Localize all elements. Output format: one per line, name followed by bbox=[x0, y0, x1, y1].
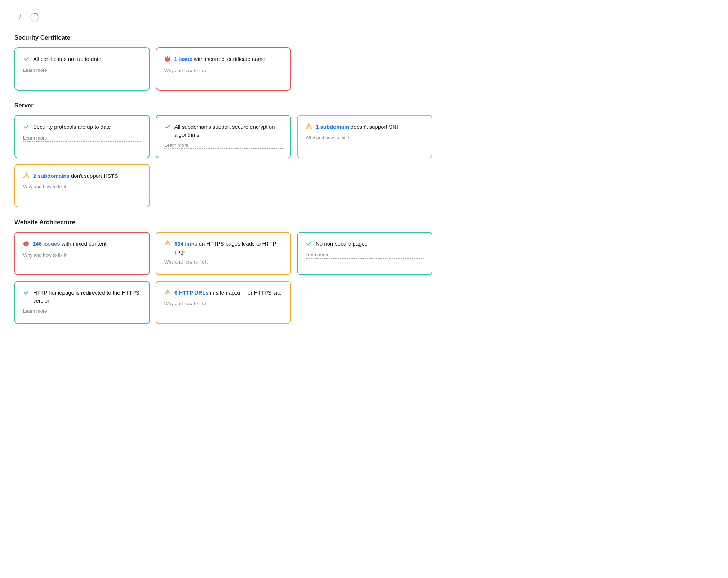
fire-icon bbox=[164, 56, 170, 64]
section-title-website-architecture: Website Architecture bbox=[14, 219, 432, 226]
card-sitemap-http: 6 HTTP URLs in sitemap.xml for HTTPS sit… bbox=[156, 281, 291, 324]
card-text: 1 subdomain doesn't support SNI bbox=[316, 123, 398, 131]
warning-icon bbox=[164, 240, 171, 248]
cards-grid-row2: 2 subdomains don't support HSTSWhy and h… bbox=[14, 164, 432, 207]
card-link-subdomains-encryption[interactable]: Learn more bbox=[164, 142, 283, 149]
highlight-text: 146 issues bbox=[33, 241, 60, 247]
svg-point-6 bbox=[26, 177, 27, 178]
page-header: / bbox=[14, 12, 432, 23]
highlight-text: 934 links bbox=[174, 241, 197, 247]
section-server: Server Security protocols are up to date… bbox=[14, 102, 432, 207]
card-all-certs-uptodate: All certificates are up to dateLearn mor… bbox=[14, 47, 150, 91]
svg-point-7 bbox=[25, 243, 27, 245]
svg-rect-3 bbox=[308, 125, 309, 128]
card-security-protocols: Security protocols are up to dateLearn m… bbox=[14, 115, 150, 158]
check-icon bbox=[164, 123, 171, 132]
svg-rect-10 bbox=[167, 291, 168, 294]
section-title-server: Server bbox=[14, 102, 432, 109]
card-http-links: 934 links on HTTPS pages leads to HTTP p… bbox=[156, 232, 291, 275]
card-header: 6 HTTP URLs in sitemap.xml for HTTPS sit… bbox=[164, 289, 283, 297]
card-link-no-nonsecure[interactable]: Learn more bbox=[306, 252, 424, 259]
card-text: 146 issues with mixed content bbox=[33, 240, 106, 248]
card-header: Security protocols are up to date bbox=[23, 123, 141, 132]
section-title-security-certificate: Security Certificate bbox=[14, 34, 432, 41]
card-link-sitemap-http[interactable]: Why and how to fix it bbox=[164, 301, 283, 307]
card-header: 2 subdomains don't support HSTS bbox=[23, 172, 141, 180]
card-link-cert-name-issue[interactable]: Why and how to fix it bbox=[164, 68, 283, 74]
card-cert-name-issue: 1 issue with incorrect certificate nameW… bbox=[156, 47, 291, 91]
cards-grid-row1: 146 issues with mixed contentWhy and how… bbox=[14, 232, 432, 275]
card-subdomains-encryption: All subdomains support secure encryption… bbox=[156, 115, 291, 158]
card-header: HTTP homepage is redirected to the HTTPS… bbox=[23, 289, 141, 305]
card-no-nonsecure: No non-secure pagesLearn more bbox=[297, 232, 432, 275]
card-link-subdomain-sni[interactable]: Why and how to fix it bbox=[306, 135, 424, 141]
fire-icon bbox=[23, 240, 29, 249]
card-text: No non-secure pages bbox=[316, 240, 367, 248]
highlight-text: 1 subdomain bbox=[316, 124, 349, 130]
highlight-text: 1 issue bbox=[174, 56, 192, 62]
check-icon bbox=[23, 123, 30, 132]
card-text: All certificates are up to date bbox=[33, 55, 101, 63]
card-text: 6 HTTP URLs in sitemap.xml for HTTPS sit… bbox=[174, 289, 281, 297]
card-link-subdomains-hsts[interactable]: Why and how to fix it bbox=[23, 184, 141, 190]
card-header: No non-secure pages bbox=[306, 240, 424, 248]
card-http-redirect: HTTP homepage is redirected to the HTTPS… bbox=[14, 281, 150, 324]
card-header: All subdomains support secure encryption… bbox=[164, 123, 283, 139]
svg-rect-8 bbox=[167, 242, 168, 244]
check-icon bbox=[23, 56, 30, 64]
section-security-certificate: Security Certificate All certificates ar… bbox=[14, 34, 432, 91]
svg-rect-5 bbox=[26, 175, 27, 177]
highlight-text: 6 HTTP URLs bbox=[174, 290, 209, 296]
card-text: Security protocols are up to date bbox=[33, 123, 111, 131]
cards-grid: All certificates are up to dateLearn mor… bbox=[14, 47, 432, 91]
card-text: HTTP homepage is redirected to the HTTPS… bbox=[33, 289, 141, 305]
card-header: 1 issue with incorrect certificate name bbox=[164, 55, 283, 64]
card-text: 1 issue with incorrect certificate name bbox=[174, 55, 265, 63]
card-link-all-certs-uptodate[interactable]: Learn more bbox=[23, 67, 141, 74]
cards-grid-row1: Security protocols are up to dateLearn m… bbox=[14, 115, 432, 158]
check-icon bbox=[23, 289, 30, 297]
score-divider: / bbox=[19, 12, 21, 23]
card-link-http-redirect[interactable]: Learn more bbox=[23, 308, 141, 315]
check-icon bbox=[306, 240, 312, 248]
card-text: 934 links on HTTPS pages leads to HTTP p… bbox=[174, 240, 283, 256]
score-circle-icon bbox=[30, 13, 39, 22]
warning-icon bbox=[23, 172, 30, 180]
card-subdomain-sni: 1 subdomain doesn't support SNIWhy and h… bbox=[297, 115, 432, 158]
warning-icon bbox=[164, 289, 171, 297]
card-link-security-protocols[interactable]: Learn more bbox=[23, 135, 141, 142]
card-header: 934 links on HTTPS pages leads to HTTP p… bbox=[164, 240, 283, 256]
svg-point-11 bbox=[167, 294, 168, 295]
highlight-text: 2 subdomains bbox=[33, 173, 70, 179]
card-link-http-links[interactable]: Why and how to fix it bbox=[164, 259, 283, 266]
card-header: All certificates are up to date bbox=[23, 55, 141, 64]
card-header: 146 issues with mixed content bbox=[23, 240, 141, 249]
section-website-architecture: Website Architecture 146 issues with mix… bbox=[14, 219, 432, 324]
card-subdomains-hsts: 2 subdomains don't support HSTSWhy and h… bbox=[14, 164, 150, 207]
card-text: 2 subdomains don't support HSTS bbox=[33, 172, 118, 180]
card-mixed-content: 146 issues with mixed contentWhy and how… bbox=[14, 232, 150, 275]
svg-point-9 bbox=[167, 245, 168, 246]
svg-point-2 bbox=[167, 59, 168, 61]
card-link-mixed-content[interactable]: Why and how to fix it bbox=[23, 252, 141, 259]
cards-grid-row2: HTTP homepage is redirected to the HTTPS… bbox=[14, 281, 432, 324]
warning-icon bbox=[306, 123, 312, 131]
card-header: 1 subdomain doesn't support SNI bbox=[306, 123, 424, 131]
svg-point-4 bbox=[308, 128, 309, 129]
card-text: All subdomains support secure encryption… bbox=[174, 123, 283, 139]
